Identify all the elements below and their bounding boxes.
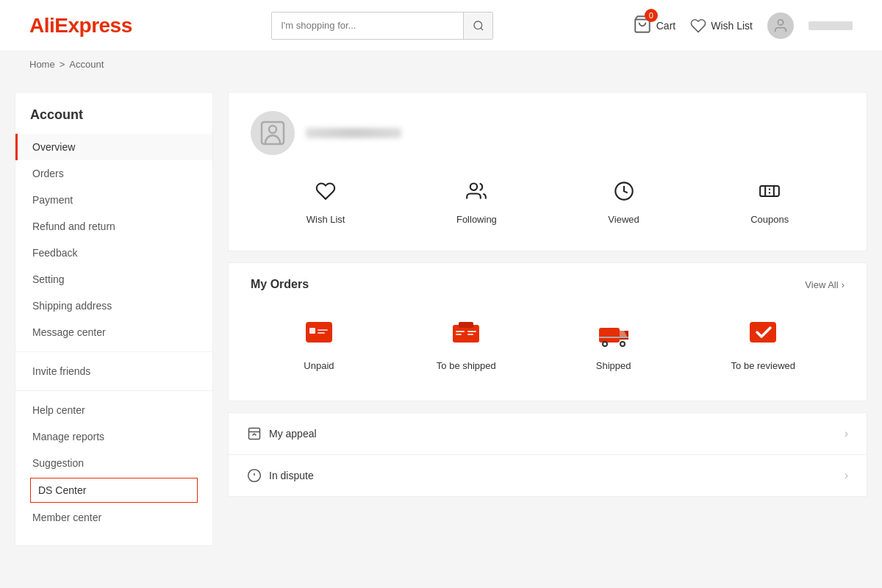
to-be-shipped-label: To be shipped bbox=[437, 360, 496, 371]
svg-point-3 bbox=[778, 19, 783, 24]
sidebar-item-invite[interactable]: Invite friends bbox=[15, 358, 212, 384]
svg-point-6 bbox=[470, 184, 477, 190]
order-shipped[interactable]: Shipped bbox=[580, 313, 648, 371]
search-bar bbox=[271, 12, 493, 40]
bottom-links: My appeal › In dispute › bbox=[228, 412, 867, 497]
unpaid-icon bbox=[300, 313, 338, 351]
svg-rect-13 bbox=[309, 328, 315, 334]
to-be-shipped-icon bbox=[447, 313, 485, 351]
svg-rect-27 bbox=[599, 337, 628, 338]
view-all-label: View All bbox=[805, 279, 838, 290]
sidebar: Account OverviewOrdersPaymentRefund and … bbox=[15, 92, 213, 546]
in-dispute-label: In dispute bbox=[269, 470, 314, 481]
sidebar-divider bbox=[15, 390, 212, 391]
breadcrumb: Home > Account bbox=[0, 51, 882, 77]
action-following[interactable]: Following bbox=[434, 173, 519, 232]
search-input[interactable] bbox=[272, 12, 463, 39]
in-dispute-link[interactable]: In dispute › bbox=[229, 455, 867, 496]
svg-rect-8 bbox=[760, 186, 779, 196]
viewed-action-icon bbox=[613, 181, 635, 207]
orders-title: My Orders bbox=[251, 278, 309, 291]
appeal-chevron: › bbox=[845, 427, 848, 440]
user-name bbox=[808, 21, 853, 30]
wishlist-label: Wish List bbox=[711, 20, 753, 32]
svg-rect-15 bbox=[318, 332, 325, 334]
to-be-reviewed-label: To be reviewed bbox=[731, 360, 795, 371]
coupons-action-icon bbox=[759, 181, 781, 207]
my-appeal-left: My appeal bbox=[247, 426, 317, 441]
header: AliExpress 0 Cart bbox=[0, 0, 882, 51]
sidebar-item-ds-center[interactable]: DS Center bbox=[30, 478, 198, 503]
sidebar-item-setting[interactable]: Setting bbox=[15, 266, 212, 293]
following-action-icon bbox=[465, 181, 487, 207]
svg-rect-22 bbox=[599, 328, 620, 343]
main-content: Wish List Following bbox=[228, 92, 867, 546]
shipped-icon bbox=[595, 313, 633, 351]
sidebar-item-overview[interactable]: Overview bbox=[15, 134, 212, 160]
svg-rect-14 bbox=[318, 329, 328, 331]
svg-rect-20 bbox=[467, 331, 476, 332]
sidebar-divider bbox=[15, 351, 212, 352]
header-right: 0 Cart Wish List bbox=[633, 12, 853, 39]
cart-badge: 0 bbox=[645, 9, 658, 22]
to-be-reviewed-icon bbox=[744, 313, 782, 351]
cart-icon-wrap: 0 bbox=[633, 15, 652, 36]
sidebar-title: Account bbox=[15, 107, 212, 134]
orders-card: My Orders View All › bbox=[228, 262, 867, 401]
in-dispute-left: In dispute bbox=[247, 468, 314, 483]
user-avatar[interactable] bbox=[767, 12, 794, 39]
search-icon bbox=[473, 20, 484, 32]
sidebar-item-suggestion[interactable]: Suggestion bbox=[15, 450, 212, 476]
breadcrumb-current: Account bbox=[69, 59, 104, 70]
order-to-be-reviewed[interactable]: To be reviewed bbox=[717, 313, 810, 371]
order-to-be-shipped[interactable]: To be shipped bbox=[422, 313, 511, 371]
svg-point-0 bbox=[474, 21, 482, 29]
sidebar-item-refund[interactable]: Refund and return bbox=[15, 213, 212, 240]
user-icon bbox=[772, 18, 789, 34]
wish-list-label: Wish List bbox=[306, 214, 345, 225]
sidebar-item-help[interactable]: Help center bbox=[15, 397, 212, 423]
sidebar-item-message[interactable]: Message center bbox=[15, 319, 212, 345]
sidebar-item-member[interactable]: Member center bbox=[15, 504, 212, 531]
search-button[interactable] bbox=[463, 12, 492, 39]
action-viewed[interactable]: Viewed bbox=[586, 173, 661, 232]
sidebar-item-manage-reports[interactable]: Manage reports bbox=[15, 423, 212, 450]
logo[interactable]: AliExpress bbox=[29, 14, 132, 37]
svg-line-1 bbox=[481, 28, 483, 30]
sidebar-item-orders[interactable]: Orders bbox=[15, 160, 212, 187]
heart-icon bbox=[690, 18, 706, 34]
shipped-label: Shipped bbox=[596, 360, 631, 371]
dispute-chevron: › bbox=[845, 469, 848, 482]
sidebar-item-feedback[interactable]: Feedback bbox=[15, 240, 212, 266]
appeal-icon bbox=[247, 426, 262, 441]
cart-label: Cart bbox=[656, 20, 675, 32]
breadcrumb-home[interactable]: Home bbox=[29, 59, 55, 70]
svg-point-26 bbox=[621, 343, 624, 345]
svg-rect-21 bbox=[467, 334, 473, 335]
order-unpaid[interactable]: Unpaid bbox=[285, 313, 353, 371]
my-appeal-link[interactable]: My appeal › bbox=[229, 413, 867, 455]
wishlist-button[interactable]: Wish List bbox=[690, 18, 753, 34]
breadcrumb-separator: > bbox=[60, 59, 65, 70]
sidebar-item-payment[interactable]: Payment bbox=[15, 187, 212, 213]
following-label: Following bbox=[456, 214, 497, 225]
svg-rect-17 bbox=[459, 322, 473, 328]
svg-rect-19 bbox=[456, 334, 462, 335]
profile-card: Wish List Following bbox=[228, 92, 867, 251]
coupons-label: Coupons bbox=[750, 214, 789, 225]
cart-button[interactable]: 0 Cart bbox=[633, 15, 675, 36]
svg-rect-18 bbox=[456, 331, 465, 332]
orders-icons: Unpaid To be shipped bbox=[251, 306, 845, 386]
action-coupons[interactable]: Coupons bbox=[728, 173, 811, 232]
view-all-chevron: › bbox=[842, 279, 845, 290]
sidebar-item-shipping[interactable]: Shipping address bbox=[15, 293, 212, 319]
view-all-button[interactable]: View All › bbox=[805, 279, 845, 290]
heart-action-icon bbox=[315, 181, 337, 207]
my-appeal-label: My appeal bbox=[269, 428, 317, 440]
action-wish-list[interactable]: Wish List bbox=[284, 173, 368, 232]
profile-top bbox=[251, 111, 845, 155]
svg-point-24 bbox=[603, 343, 606, 345]
orders-header: My Orders View All › bbox=[251, 278, 845, 291]
profile-name bbox=[306, 128, 401, 138]
profile-actions: Wish List Following bbox=[251, 173, 845, 232]
